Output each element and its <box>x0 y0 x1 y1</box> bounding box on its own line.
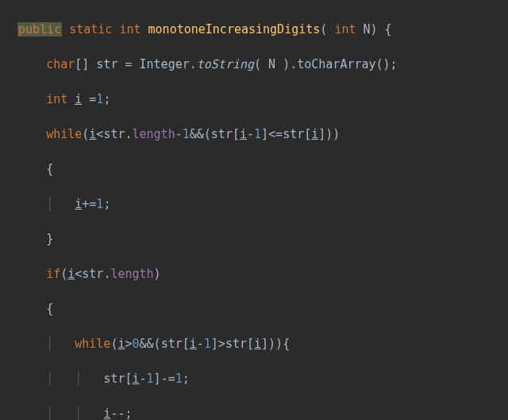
method-name: monotoneIncreasingDigits <box>148 22 321 37</box>
code-line: │ │ str[i-1]-=1; <box>17 370 508 387</box>
code-line: │ │ i--; <box>17 405 508 420</box>
code-editor[interactable]: public static int monotoneIncreasingDigi… <box>0 0 508 420</box>
type-int: int <box>334 22 356 37</box>
code-line: char[] str = Integer.toString( N ).toCha… <box>17 56 508 73</box>
param-N: N <box>364 22 371 37</box>
keyword-public: public <box>17 22 62 37</box>
keyword-if: if <box>46 267 60 281</box>
code-line: } <box>17 230 508 248</box>
code-line: { <box>17 160 508 178</box>
code-line: if(i<str.length) <box>17 265 508 283</box>
code-line: │ i+=1; <box>17 195 508 213</box>
call-toCharArray: toCharArray <box>297 57 375 71</box>
type-char: char <box>46 57 75 71</box>
code-line: │ while(i>0&&(str[i-1]>str[i])){ <box>17 335 508 353</box>
type-int: int <box>119 22 140 37</box>
keyword-static: static <box>69 22 112 37</box>
code-line: public static int monotoneIncreasingDigi… <box>17 21 508 38</box>
keyword-while: while <box>46 127 82 141</box>
code-line: while(i<str.length-1&&(str[i-1]<=str[i])… <box>17 125 508 143</box>
var-str: str <box>96 57 117 71</box>
code-line: { <box>17 300 508 318</box>
call-toString: toString <box>197 57 254 71</box>
code-line: int i =1; <box>17 91 508 108</box>
field-length: length <box>133 127 175 141</box>
var-i: i <box>75 92 82 106</box>
